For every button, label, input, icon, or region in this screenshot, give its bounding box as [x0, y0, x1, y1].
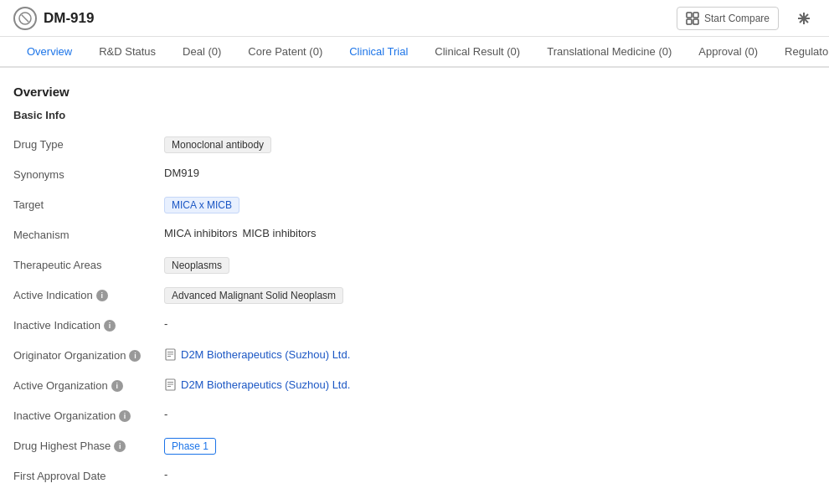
originator-organization-info-icon[interactable]: i	[129, 350, 141, 362]
row-originator-organization: Originator Organization i D2M Biotherape…	[13, 341, 816, 371]
header-right: Start Compare	[677, 7, 816, 30]
mechanism-text: MICA inhibitors	[164, 227, 237, 239]
first-approval-date-dash: -	[164, 468, 167, 481]
inactive-indication-info-icon[interactable]: i	[104, 320, 116, 332]
label-inactive-organization: Inactive Organization i	[13, 408, 164, 422]
value-active-indication: Advanced Malignant Solid Neoplasm	[164, 287, 816, 304]
drug-highest-phase-badge: Phase 1	[164, 438, 216, 455]
value-originator-organization: D2M Biotherapeutics (Suzhou) Ltd.	[164, 347, 816, 361]
row-inactive-indication: Inactive Indication i -	[13, 311, 816, 341]
value-inactive-organization: -	[164, 408, 816, 420]
row-drug-type: Drug Type Monoclonal antibody	[13, 130, 816, 160]
row-synonyms: Synonyms DM919	[13, 160, 816, 190]
tab-translational-medicine[interactable]: Translational Medicine (0)	[533, 37, 685, 68]
active-org-doc-icon	[164, 378, 176, 391]
inactive-organization-info-icon[interactable]: i	[119, 410, 131, 422]
label-active-indication: Active Indication i	[13, 287, 164, 301]
value-active-organization: D2M Biotherapeutics (Suzhou) Ltd.	[164, 378, 816, 391]
originator-org-value: D2M Biotherapeutics (Suzhou) Ltd.	[164, 347, 350, 361]
svg-line-1	[22, 14, 28, 21]
active-org-value: D2M Biotherapeutics (Suzhou) Ltd.	[164, 378, 350, 391]
label-drug-highest-phase: Drug Highest Phase i	[13, 438, 164, 452]
active-indication-info-icon[interactable]: i	[96, 290, 108, 301]
header-left: DM-919	[13, 7, 94, 30]
row-mechanism: Mechanism MICA inhibitors MICB inhibitor…	[13, 220, 816, 250]
start-compare-button[interactable]: Start Compare	[677, 7, 779, 30]
tab-clinical-result[interactable]: Clinical Result (0)	[421, 37, 533, 68]
row-active-organization: Active Organization i D2M Biotherapeutic…	[13, 371, 816, 401]
label-target: Target	[13, 197, 164, 211]
inactive-indication-dash: -	[164, 317, 167, 330]
originator-org-doc-icon	[164, 347, 176, 361]
row-inactive-organization: Inactive Organization i -	[13, 401, 816, 431]
tab-core-patent[interactable]: Core Patent (0)	[234, 37, 336, 68]
row-therapeutic-areas: Therapeutic Areas Neoplasms	[13, 250, 816, 280]
start-compare-label: Start Compare	[704, 13, 770, 24]
content-area: Overview Basic Info Drug Type Monoclonal…	[0, 68, 829, 504]
drug-title: DM-919	[44, 10, 94, 27]
svg-rect-2	[687, 13, 692, 18]
synonyms-text: DM919	[164, 167, 199, 179]
originator-org-name[interactable]: D2M Biotherapeutics (Suzhou) Ltd.	[181, 348, 350, 361]
drug-highest-phase-info-icon[interactable]: i	[114, 440, 126, 452]
tab-rd-status[interactable]: R&D Status	[85, 37, 169, 68]
label-first-approval-date: First Approval Date	[13, 468, 164, 482]
active-org-name[interactable]: D2M Biotherapeutics (Suzhou) Ltd.	[181, 378, 350, 391]
inactive-organization-dash: -	[164, 408, 167, 420]
row-active-indication: Active Indication i Advanced Malignant S…	[13, 280, 816, 311]
menu-icon-button[interactable]	[792, 7, 816, 30]
overview-section-title: Overview	[13, 85, 816, 99]
asterisk-icon	[795, 9, 813, 28]
tab-clinical-trial[interactable]: Clinical Trial	[336, 37, 421, 68]
svg-rect-3	[693, 13, 698, 18]
label-inactive-indication: Inactive Indication i	[13, 317, 164, 332]
mechanism-text-2: MICB inhibitors	[242, 227, 316, 239]
value-target: MICA x MICB	[164, 197, 816, 213]
label-synonyms: Synonyms	[13, 167, 164, 181]
label-drug-type: Drug Type	[13, 136, 164, 151]
tab-overview[interactable]: Overview	[13, 37, 85, 68]
label-therapeutic-areas: Therapeutic Areas	[13, 257, 164, 271]
nav-tabs: Overview R&D Status Deal (0) Core Patent…	[0, 37, 829, 68]
target-tag[interactable]: MICA x MICB	[164, 197, 239, 213]
active-indication-tag: Advanced Malignant Solid Neoplasm	[164, 287, 343, 304]
label-active-organization: Active Organization i	[13, 378, 164, 392]
svg-rect-4	[687, 19, 692, 24]
tab-approval[interactable]: Approval (0)	[685, 37, 771, 68]
label-mechanism: Mechanism	[13, 227, 164, 241]
therapeutic-areas-tag: Neoplasms	[164, 257, 229, 274]
svg-rect-5	[693, 19, 698, 24]
drug-logo-icon	[13, 7, 37, 30]
value-therapeutic-areas: Neoplasms	[164, 257, 816, 274]
value-synonyms: DM919	[164, 167, 816, 179]
compare-icon	[686, 12, 699, 25]
value-drug-type: Monoclonal antibody	[164, 136, 816, 153]
row-drug-highest-phase: Drug Highest Phase i Phase 1	[13, 431, 816, 461]
value-first-approval-date: -	[164, 468, 816, 481]
basic-info-title: Basic Info	[13, 109, 816, 121]
row-first-approval-date: First Approval Date -	[13, 461, 816, 491]
value-inactive-indication: -	[164, 317, 816, 330]
tab-deal[interactable]: Deal (0)	[169, 37, 234, 68]
value-drug-highest-phase: Phase 1	[164, 438, 816, 455]
row-target: Target MICA x MICB	[13, 190, 816, 220]
active-organization-info-icon[interactable]: i	[111, 380, 123, 392]
tab-regulatory-review[interactable]: Regulatory Review (0)	[771, 37, 829, 68]
value-mechanism: MICA inhibitors MICB inhibitors	[164, 227, 816, 239]
drug-type-tag: Monoclonal antibody	[164, 136, 271, 153]
header: DM-919 Start Compare	[0, 0, 829, 37]
label-originator-organization: Originator Organization i	[13, 347, 164, 362]
